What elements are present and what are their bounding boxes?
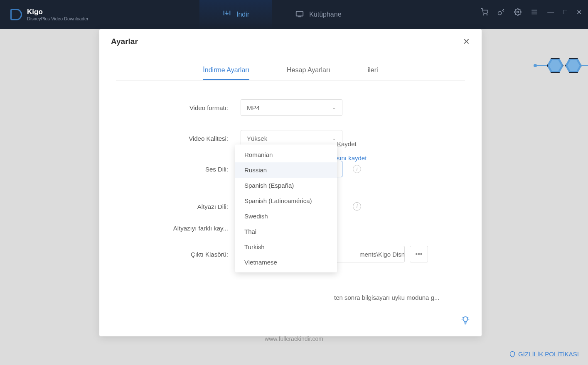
minimize-icon[interactable]: — — [547, 8, 554, 17]
output-folder-label: Çıktı Klasörü: — [124, 251, 241, 258]
svg-point-3 — [517, 11, 519, 13]
dropdown-item[interactable]: Spanish (Latinoamérica) — [235, 193, 337, 208]
settings-modal: Ayarlar ✕ İndirme Ayarları Hesap Ayarlar… — [99, 29, 482, 336]
chevron-down-icon: ⌄ — [332, 105, 336, 110]
svg-point-2 — [487, 15, 488, 15]
logo-icon — [10, 9, 22, 20]
cart-icon[interactable] — [481, 8, 488, 17]
nav-tabs: İndir Kütüphane — [199, 0, 364, 29]
logo-subtitle: DisneyPlus Video Downloader — [27, 16, 89, 21]
video-quality-select[interactable]: Yüksek ⌄ — [241, 130, 342, 147]
video-quality-label: Video Kalitesi: — [124, 135, 241, 142]
close-icon[interactable]: ✕ — [576, 8, 582, 17]
dropdown-item[interactable]: Turkish — [235, 239, 337, 255]
tab-download-settings[interactable]: İndirme Ayarları — [203, 66, 249, 80]
nav-tab-download[interactable]: İndir — [199, 0, 272, 29]
subtitle-lang-label: Altyazı Dili: — [124, 203, 241, 210]
main-body: Ayarlar ✕ İndirme Ayarları Hesap Ayarlar… — [0, 29, 588, 365]
modal-title: Ayarlar — [111, 37, 138, 46]
dropdown-item[interactable]: Spanish (España) — [235, 178, 337, 193]
modal-tabs: İndirme Ayarları Hesap Ayarları ileri — [116, 66, 465, 81]
shield-icon — [509, 351, 516, 358]
dropdown-item[interactable]: Swedish — [235, 208, 337, 224]
audio-lang-label: Ses Dili: — [124, 166, 241, 173]
privacy-link[interactable]: GİZLİLİK POLİTİKASI — [509, 350, 579, 358]
video-format-select[interactable]: MP4 ⌄ — [241, 99, 342, 116]
modal-close-button[interactable]: ✕ — [463, 37, 470, 47]
tip-icon[interactable] — [461, 316, 470, 327]
logo-area: Kigo DisneyPlus Video Downloader — [0, 0, 112, 29]
logo-title: Kigo — [27, 8, 89, 16]
svg-point-1 — [483, 15, 484, 15]
window-controls: — □ ✕ — [481, 8, 582, 17]
dropdown-item[interactable]: Thai — [235, 224, 337, 239]
save-label-partial: Kaydet — [337, 140, 357, 147]
app-header: Kigo DisneyPlus Video Downloader İndir K… — [0, 0, 588, 29]
gear-icon[interactable] — [514, 8, 522, 17]
menu-icon[interactable] — [531, 8, 538, 17]
browse-button[interactable]: ••• — [410, 246, 428, 262]
nav-label: Kütüphane — [309, 11, 341, 18]
svg-rect-0 — [296, 12, 303, 16]
nav-tab-library[interactable]: Kütüphane — [272, 0, 364, 29]
dropdown-item[interactable]: Russian — [235, 162, 337, 178]
watermark-hexes — [547, 58, 582, 73]
chevron-down-icon: ⌄ — [332, 135, 336, 141]
dropdown-item[interactable]: Romanian — [235, 147, 337, 162]
key-icon[interactable] — [497, 8, 505, 17]
video-format-label: Video formatı: — [124, 104, 241, 111]
dropdown-item[interactable]: Vietnamese — [235, 255, 337, 270]
maximize-icon[interactable]: □ — [563, 8, 567, 17]
watermark-text: www.fullcrackindir.com — [265, 336, 323, 342]
info-icon[interactable]: i — [353, 202, 361, 211]
subtitle-save-label: Altyazıyı farklı kay... — [124, 225, 241, 232]
tab-advanced-settings[interactable]: ileri — [368, 66, 378, 80]
nav-label: İndir — [236, 11, 249, 18]
download-icon — [222, 9, 231, 20]
tab-account-settings[interactable]: Hesap Ayarları — [287, 66, 330, 80]
library-icon — [295, 9, 304, 20]
info-icon[interactable]: i — [353, 165, 361, 173]
post-download-text: ten sonra bilgisayarı uyku moduna g... — [334, 294, 439, 301]
audio-lang-dropdown: Romanian Russian Spanish (España) Spanis… — [235, 145, 337, 272]
